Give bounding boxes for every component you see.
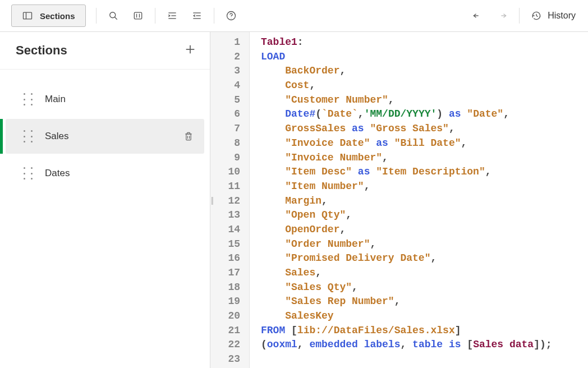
section-item-main[interactable]: Main xyxy=(6,82,204,117)
section-label: Main xyxy=(45,94,194,105)
sidebar-title: Sections xyxy=(16,43,67,58)
resize-handle[interactable]: || xyxy=(211,196,213,205)
panel-icon xyxy=(22,10,33,21)
section-item-sales[interactable]: Sales xyxy=(6,119,204,154)
help-icon xyxy=(226,10,237,21)
svg-point-2 xyxy=(109,12,115,18)
indent-icon xyxy=(167,10,178,21)
drag-handle-icon[interactable] xyxy=(24,130,33,142)
section-label: Dates xyxy=(45,168,194,179)
line-gutter: 1234567891011121314151617181920212223 xyxy=(210,32,250,368)
drag-handle-icon[interactable] xyxy=(24,167,33,180)
comment-button[interactable] xyxy=(126,4,150,27)
undo-icon xyxy=(472,10,483,21)
svg-point-14 xyxy=(231,18,231,19)
section-item-dates[interactable]: Dates xyxy=(6,156,204,191)
sections-sidebar: Sections Main Sales Dates || xyxy=(0,32,210,368)
divider xyxy=(96,8,97,24)
toolbar: Sections History xyxy=(0,0,588,32)
svg-line-3 xyxy=(114,17,117,20)
outdent-button[interactable] xyxy=(185,4,209,27)
plus-icon xyxy=(184,43,196,56)
divider xyxy=(214,8,214,24)
help-button[interactable] xyxy=(219,4,244,27)
indent-button[interactable] xyxy=(160,4,185,27)
history-label: History xyxy=(548,11,576,21)
search-button[interactable] xyxy=(101,4,126,27)
divider xyxy=(519,8,520,24)
add-section-button[interactable] xyxy=(184,43,196,58)
svg-rect-4 xyxy=(134,12,141,19)
trash-icon xyxy=(183,130,194,142)
script-editor[interactable]: 1234567891011121314151617181920212223 Ta… xyxy=(210,32,588,368)
sections-toggle-label: Sections xyxy=(40,11,75,21)
undo-button[interactable] xyxy=(465,4,490,27)
history-button[interactable]: History xyxy=(524,4,578,27)
section-label: Sales xyxy=(45,131,183,142)
sections-toggle-button[interactable]: Sections xyxy=(11,4,86,27)
section-list: Main Sales Dates xyxy=(0,70,210,193)
svg-rect-0 xyxy=(24,12,32,19)
delete-section-button[interactable] xyxy=(183,130,194,142)
redo-icon xyxy=(497,10,508,21)
drag-handle-icon[interactable] xyxy=(24,93,33,105)
code-area[interactable]: Table1:LOAD BackOrder, Cost, "Customer N… xyxy=(250,32,552,368)
redo-button[interactable] xyxy=(490,4,514,27)
outdent-icon xyxy=(191,10,203,21)
divider xyxy=(155,8,155,24)
svg-rect-17 xyxy=(186,134,191,140)
sidebar-header: Sections xyxy=(0,32,210,70)
history-icon xyxy=(531,10,542,21)
search-icon xyxy=(108,10,119,21)
comment-icon xyxy=(132,10,144,21)
